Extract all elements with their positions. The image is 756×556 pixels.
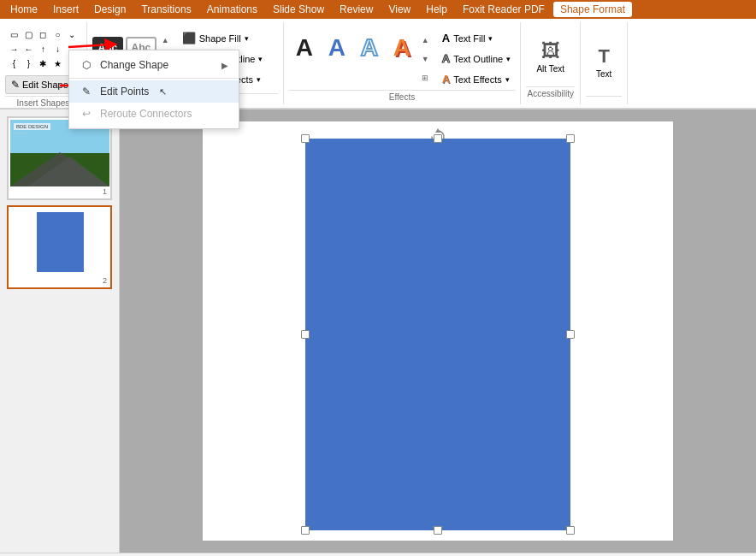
dropdown-separator	[69, 78, 239, 79]
text-effects-button[interactable]: A Text Effects ▾	[438, 70, 515, 88]
cursor-pointer-indicator: ↖	[159, 86, 167, 98]
text-outline-label: Text Outline	[453, 54, 503, 64]
svg-marker-2	[435, 128, 440, 133]
reroute-label: Reroute Connectors	[100, 108, 192, 120]
shape-effects-arrow: ▾	[257, 75, 261, 84]
text-effects-label: Text Effects	[453, 74, 502, 85]
slide-canvas	[203, 121, 673, 541]
menu-design[interactable]: Design	[87, 2, 133, 17]
edit-points-label: Edit Points	[100, 86, 149, 98]
change-shape-label: Change Shape	[100, 59, 168, 71]
status-bar: Slide 2 of 2	[0, 553, 756, 556]
reroute-icon: ↩	[80, 107, 93, 121]
wordart-swatch-black[interactable]: A	[289, 29, 320, 67]
shape-oval[interactable]: ○	[50, 27, 64, 41]
shape-brace-r[interactable]: }	[21, 56, 35, 70]
handle-mid-right[interactable]	[566, 330, 575, 339]
handle-top-left[interactable]	[301, 134, 310, 143]
menu-help[interactable]: Help	[419, 2, 454, 17]
shape-rect[interactable]: ▭	[7, 27, 21, 41]
shape-fill-arrow: ▾	[245, 34, 249, 43]
text-fill-button[interactable]: A Text Fill ▾	[438, 29, 515, 47]
shape-arrow-right[interactable]: →	[7, 42, 21, 56]
handle-top-mid[interactable]	[434, 134, 442, 143]
shape-outline-arrow: ▾	[258, 55, 263, 63]
text-group-label-text: Text	[596, 69, 611, 79]
handle-bottom-right[interactable]	[566, 526, 575, 535]
handle-bottom-mid[interactable]	[434, 526, 442, 535]
shape-arrow-left[interactable]: ←	[21, 42, 35, 56]
text-effects-icon: A	[442, 73, 450, 86]
dropdown-edit-points[interactable]: ✎ Edit Points ↖	[69, 80, 239, 103]
shape-asterisk[interactable]: ✱	[36, 56, 50, 70]
shape-star5[interactable]: ★	[50, 56, 64, 70]
shape-arrow-up[interactable]: ↑	[36, 42, 50, 56]
wordart-scroll-down[interactable]: ▼	[422, 55, 429, 63]
canvas-area	[120, 109, 756, 553]
alt-text-button[interactable]: 🖼 Alt Text	[534, 38, 567, 77]
shape-brace-l[interactable]: {	[7, 56, 21, 70]
change-shape-icon: ⬡	[80, 58, 93, 72]
wordart-swatch-orange[interactable]: A	[387, 29, 417, 67]
edit-points-icon: ✎	[80, 85, 93, 98]
shape-fill-button[interactable]: ⬛ Shape Fill ▾	[178, 29, 268, 47]
change-shape-submenu-arrow: ▶	[221, 61, 228, 70]
text-fill-icon: A	[442, 32, 450, 44]
dropdown-menu: ⬡ Change Shape ▶ ✎ Edit Points ↖ ↩ Rerou…	[68, 50, 239, 129]
menu-review[interactable]: Review	[333, 2, 380, 17]
main-area: BDE DESIGN — — — 1 2	[0, 109, 756, 553]
wordart-swatch-blue[interactable]: A	[322, 29, 352, 67]
menu-transitions[interactable]: Transitions	[134, 2, 198, 17]
text-icon: T	[599, 45, 610, 68]
shape-snip-rect[interactable]: ◻	[36, 27, 50, 41]
shape-arrow-down[interactable]: ↓	[50, 42, 64, 56]
accessibility-group: 🖼 Alt Text Accessibility	[521, 22, 581, 104]
selected-shape[interactable]	[305, 139, 570, 530]
wordart-swatch-outline[interactable]: A	[354, 29, 385, 67]
menu-bar: Home Insert Design Transitions Animation…	[0, 0, 756, 19]
text-outline-icon: A	[442, 52, 450, 65]
dropdown-reroute: ↩ Reroute Connectors	[69, 103, 239, 125]
wordart-styles-group: A A A A ▲ ▼ ⊞ A Text Fill ▾	[284, 22, 521, 104]
accessibility-label: Accessibility	[526, 86, 575, 101]
dropdown-change-shape[interactable]: ⬡ Change Shape ▶	[69, 54, 239, 76]
text-effects-arrow: ▾	[505, 75, 510, 84]
slide-panel: BDE DESIGN — — — 1 2	[0, 109, 120, 553]
wordart-styles-label: Effects	[289, 90, 515, 104]
wordart-scroll-up[interactable]: ▲	[422, 36, 429, 44]
text-fill-arrow: ▾	[488, 34, 493, 43]
handle-mid-left[interactable]	[301, 330, 310, 339]
shape-fill-icon: ⬛	[182, 32, 196, 44]
alt-text-label: Alt Text	[536, 64, 564, 74]
shape-chevron-down[interactable]: ⌄	[65, 27, 79, 41]
text-label	[586, 96, 622, 101]
text-outline-arrow: ▾	[506, 55, 511, 63]
text-fill-label: Text Fill	[453, 33, 485, 44]
menu-shape-format[interactable]: Shape Format	[553, 2, 632, 17]
swatch-scroll-up[interactable]: ▲	[162, 36, 169, 44]
handle-top-right[interactable]	[566, 134, 575, 143]
menu-insert[interactable]: Insert	[46, 2, 86, 17]
edit-shape-label: Edit Shape	[22, 80, 68, 90]
shape-fill-label: Shape Fill	[199, 33, 241, 44]
menu-view[interactable]: View	[381, 2, 417, 17]
slide-thumb-2[interactable]: 2	[7, 205, 112, 289]
handle-bottom-left[interactable]	[301, 526, 310, 535]
alt-text-icon: 🖼	[541, 40, 560, 62]
edit-shape-icon: ✎	[11, 79, 20, 91]
text-outline-button[interactable]: A Text Outline ▾	[438, 50, 515, 68]
menu-animations[interactable]: Animations	[200, 2, 264, 17]
menu-home[interactable]: Home	[3, 2, 44, 17]
wordart-expand[interactable]: ⊞	[422, 74, 429, 82]
text-button[interactable]: T Text	[594, 43, 614, 81]
menu-foxit[interactable]: Foxit Reader PDF	[456, 2, 552, 17]
shape-rounded-rect[interactable]: ▢	[21, 27, 35, 41]
menu-slideshow[interactable]: Slide Show	[266, 2, 331, 17]
text-group: T Text	[581, 22, 628, 104]
